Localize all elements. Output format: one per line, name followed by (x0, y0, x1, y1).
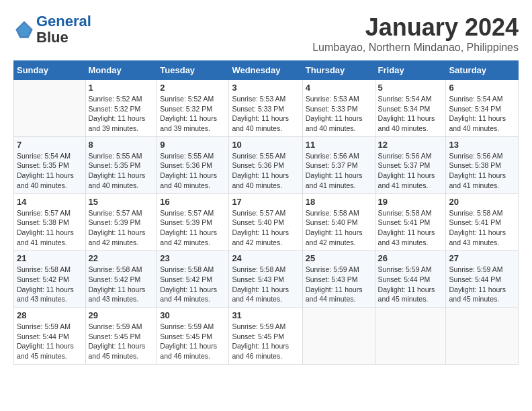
calendar-cell: 23Sunrise: 5:58 AMSunset: 5:42 PMDayligh… (157, 250, 229, 308)
day-number: 5 (378, 83, 443, 93)
weekday-header-monday: Monday (85, 61, 157, 80)
calendar-cell: 26Sunrise: 5:59 AMSunset: 5:44 PMDayligh… (375, 250, 446, 308)
calendar-cell: 9Sunrise: 5:55 AMSunset: 5:36 PMDaylight… (157, 136, 229, 193)
logo-icon (13, 19, 35, 40)
day-number: 21 (17, 253, 83, 263)
day-number: 19 (378, 197, 443, 207)
calendar-cell: 7Sunrise: 5:54 AMSunset: 5:35 PMDaylight… (14, 136, 86, 193)
day-detail: Sunrise: 5:53 AMSunset: 5:33 PMDaylight:… (306, 94, 372, 134)
weekday-header-thursday: Thursday (302, 61, 375, 80)
calendar-cell: 12Sunrise: 5:56 AMSunset: 5:37 PMDayligh… (375, 136, 446, 193)
calendar-week-row: 21Sunrise: 5:58 AMSunset: 5:42 PMDayligh… (14, 250, 519, 308)
month-title: January 2024 (312, 13, 519, 42)
calendar-cell: 25Sunrise: 5:59 AMSunset: 5:43 PMDayligh… (302, 250, 375, 308)
day-number: 22 (89, 253, 154, 263)
day-number: 17 (232, 197, 299, 207)
day-number: 6 (449, 83, 515, 93)
day-detail: Sunrise: 5:56 AMSunset: 5:37 PMDaylight:… (306, 151, 372, 191)
day-detail: Sunrise: 5:59 AMSunset: 5:45 PMDaylight:… (89, 322, 154, 361)
calendar-table: SundayMondayTuesdayWednesdayThursdayFrid… (13, 60, 519, 365)
day-number: 23 (160, 253, 226, 263)
day-detail: Sunrise: 5:58 AMSunset: 5:40 PMDaylight:… (306, 208, 372, 248)
day-number: 8 (89, 140, 154, 150)
day-detail: Sunrise: 5:55 AMSunset: 5:36 PMDaylight:… (160, 151, 226, 191)
day-number: 27 (449, 253, 515, 263)
day-number: 18 (306, 197, 372, 207)
calendar-cell: 24Sunrise: 5:58 AMSunset: 5:43 PMDayligh… (229, 250, 302, 308)
calendar-cell: 29Sunrise: 5:59 AMSunset: 5:45 PMDayligh… (85, 308, 157, 365)
day-detail: Sunrise: 5:59 AMSunset: 5:45 PMDaylight:… (232, 322, 299, 361)
day-detail: Sunrise: 5:53 AMSunset: 5:33 PMDaylight:… (232, 94, 299, 134)
day-detail: Sunrise: 5:54 AMSunset: 5:35 PMDaylight:… (17, 151, 83, 191)
calendar-cell: 21Sunrise: 5:58 AMSunset: 5:42 PMDayligh… (14, 250, 86, 308)
weekday-header-wednesday: Wednesday (229, 61, 302, 80)
day-number: 4 (306, 83, 372, 93)
day-number: 13 (449, 140, 515, 150)
day-detail: Sunrise: 5:56 AMSunset: 5:38 PMDaylight:… (449, 151, 515, 191)
calendar-cell: 3Sunrise: 5:53 AMSunset: 5:33 PMDaylight… (229, 80, 302, 137)
day-detail: Sunrise: 5:58 AMSunset: 5:41 PMDaylight:… (449, 208, 515, 248)
logo: General Blue (13, 13, 91, 46)
day-detail: Sunrise: 5:59 AMSunset: 5:44 PMDaylight:… (449, 265, 515, 304)
weekday-header-saturday: Saturday (446, 61, 519, 80)
day-number: 28 (17, 310, 83, 320)
day-number: 15 (89, 197, 154, 207)
calendar-cell: 2Sunrise: 5:52 AMSunset: 5:32 PMDaylight… (157, 80, 229, 137)
day-detail: Sunrise: 5:58 AMSunset: 5:42 PMDaylight:… (17, 265, 83, 304)
day-number: 12 (378, 140, 443, 150)
day-detail: Sunrise: 5:58 AMSunset: 5:42 PMDaylight:… (89, 265, 154, 304)
page-header: General Blue January 2024 Lumbayao, Nort… (13, 13, 519, 54)
day-number: 10 (232, 140, 299, 150)
day-number: 20 (449, 197, 515, 207)
calendar-week-row: 14Sunrise: 5:57 AMSunset: 5:38 PMDayligh… (14, 193, 519, 250)
day-number: 31 (232, 310, 299, 320)
calendar-cell: 18Sunrise: 5:58 AMSunset: 5:40 PMDayligh… (302, 193, 375, 250)
weekday-header-row: SundayMondayTuesdayWednesdayThursdayFrid… (14, 61, 519, 80)
day-detail: Sunrise: 5:55 AMSunset: 5:35 PMDaylight:… (89, 151, 154, 191)
calendar-cell (446, 308, 519, 365)
day-number: 2 (160, 83, 226, 93)
title-block: January 2024 Lumbayao, Northern Mindanao… (312, 13, 519, 54)
calendar-week-row: 28Sunrise: 5:59 AMSunset: 5:44 PMDayligh… (14, 308, 519, 365)
calendar-cell: 17Sunrise: 5:57 AMSunset: 5:40 PMDayligh… (229, 193, 302, 250)
day-number: 7 (17, 140, 83, 150)
calendar-cell: 5Sunrise: 5:54 AMSunset: 5:34 PMDaylight… (375, 80, 446, 137)
day-number: 24 (232, 253, 299, 263)
calendar-cell: 1Sunrise: 5:52 AMSunset: 5:32 PMDaylight… (85, 80, 157, 137)
calendar-cell: 14Sunrise: 5:57 AMSunset: 5:38 PMDayligh… (14, 193, 86, 250)
day-detail: Sunrise: 5:52 AMSunset: 5:32 PMDaylight:… (89, 94, 154, 134)
calendar-cell (375, 308, 446, 365)
day-detail: Sunrise: 5:55 AMSunset: 5:36 PMDaylight:… (232, 151, 299, 191)
day-detail: Sunrise: 5:58 AMSunset: 5:42 PMDaylight:… (160, 265, 226, 304)
day-detail: Sunrise: 5:57 AMSunset: 5:40 PMDaylight:… (232, 208, 299, 248)
day-detail: Sunrise: 5:57 AMSunset: 5:39 PMDaylight:… (160, 208, 226, 248)
day-number: 26 (378, 253, 443, 263)
day-detail: Sunrise: 5:59 AMSunset: 5:44 PMDaylight:… (17, 322, 83, 361)
calendar-cell (14, 80, 86, 137)
day-detail: Sunrise: 5:58 AMSunset: 5:43 PMDaylight:… (232, 265, 299, 304)
day-detail: Sunrise: 5:59 AMSunset: 5:45 PMDaylight:… (160, 322, 226, 361)
calendar-cell: 30Sunrise: 5:59 AMSunset: 5:45 PMDayligh… (157, 308, 229, 365)
logo-text: General Blue (36, 13, 91, 46)
day-detail: Sunrise: 5:59 AMSunset: 5:44 PMDaylight:… (378, 265, 443, 304)
day-number: 29 (89, 310, 154, 320)
weekday-header-tuesday: Tuesday (157, 61, 229, 80)
calendar-week-row: 1Sunrise: 5:52 AMSunset: 5:32 PMDaylight… (14, 80, 519, 137)
day-detail: Sunrise: 5:58 AMSunset: 5:41 PMDaylight:… (378, 208, 443, 248)
day-detail: Sunrise: 5:54 AMSunset: 5:34 PMDaylight:… (378, 94, 443, 134)
weekday-header-friday: Friday (375, 61, 446, 80)
weekday-header-sunday: Sunday (14, 61, 86, 80)
calendar-cell: 16Sunrise: 5:57 AMSunset: 5:39 PMDayligh… (157, 193, 229, 250)
day-detail: Sunrise: 5:54 AMSunset: 5:34 PMDaylight:… (449, 94, 515, 134)
location: Lumbayao, Northern Mindanao, Philippines (312, 42, 519, 54)
calendar-cell (302, 308, 375, 365)
calendar-cell: 19Sunrise: 5:58 AMSunset: 5:41 PMDayligh… (375, 193, 446, 250)
day-detail: Sunrise: 5:57 AMSunset: 5:38 PMDaylight:… (17, 208, 83, 248)
day-number: 30 (160, 310, 226, 320)
calendar-cell: 6Sunrise: 5:54 AMSunset: 5:34 PMDaylight… (446, 80, 519, 137)
day-number: 9 (160, 140, 226, 150)
day-detail: Sunrise: 5:57 AMSunset: 5:39 PMDaylight:… (89, 208, 154, 248)
day-number: 14 (17, 197, 83, 207)
calendar-cell: 4Sunrise: 5:53 AMSunset: 5:33 PMDaylight… (302, 80, 375, 137)
calendar-cell: 11Sunrise: 5:56 AMSunset: 5:37 PMDayligh… (302, 136, 375, 193)
